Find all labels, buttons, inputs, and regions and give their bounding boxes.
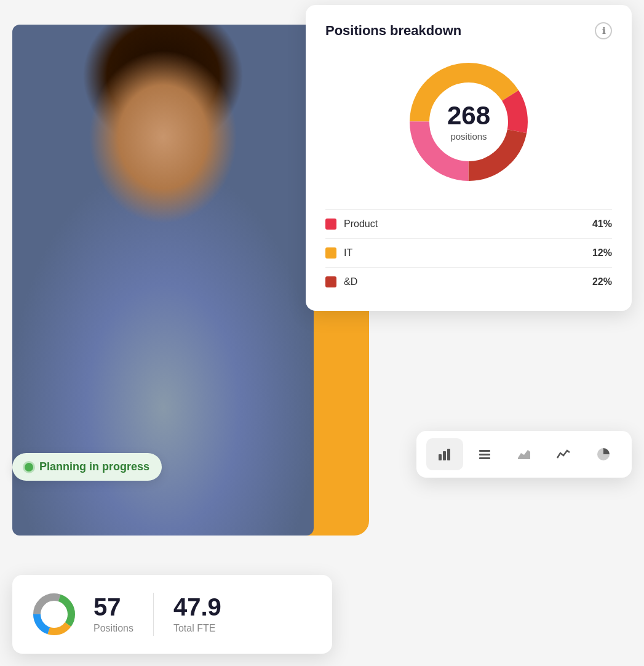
list-icon [477, 447, 492, 462]
bar-chart-button[interactable] [426, 438, 463, 470]
svg-rect-5 [443, 451, 446, 460]
legend-pct-rd: 22% [592, 276, 612, 287]
stats-card: 57 Positions 47.9 Total FTE [12, 575, 332, 654]
pie-chart-button[interactable] [585, 438, 622, 470]
area-chart-icon [517, 447, 531, 462]
legend-color-it [325, 247, 336, 259]
list-button[interactable] [466, 438, 503, 470]
pie-chart-icon [596, 447, 611, 462]
donut-chart: 268 positions [401, 54, 536, 190]
stats-donut-svg [30, 590, 79, 639]
svg-rect-7 [479, 450, 490, 452]
legend-color-product [325, 219, 336, 230]
svg-rect-4 [439, 454, 442, 460]
positions-breakdown-card: Positions breakdown ℹ 268 positions [306, 5, 632, 311]
svg-rect-6 [447, 449, 450, 460]
line-chart-button[interactable] [545, 438, 582, 470]
card-title: Positions breakdown [325, 23, 461, 39]
legend-item: &D 22% [325, 267, 612, 296]
area-chart-button[interactable] [506, 438, 543, 470]
legend-list: Product 41% IT 12% &D 22% [325, 209, 612, 296]
info-icon[interactable]: ℹ [595, 22, 612, 39]
badge-dot [25, 463, 33, 471]
stats-right: 57 Positions 47.9 Total FTE [93, 593, 315, 636]
total-positions-label: positions [447, 131, 490, 142]
legend-pct-product: 41% [592, 219, 612, 230]
positions-stats: 57 Positions [93, 595, 133, 634]
badge-text: Planning in progress [39, 460, 149, 473]
legend-item: Product 41% [325, 209, 612, 238]
bar-chart-icon [437, 447, 452, 462]
svg-rect-9 [479, 457, 490, 459]
legend-name-it: IT [344, 247, 592, 259]
donut-center: 268 positions [447, 103, 490, 142]
positions-number: 57 [93, 595, 133, 619]
fte-label: Total FTE [173, 623, 221, 634]
fte-stats: 47.9 Total FTE [173, 595, 221, 634]
card-header: Positions breakdown ℹ [325, 22, 612, 39]
fte-number: 47.9 [173, 595, 221, 619]
legend-name-rd: &D [344, 276, 592, 287]
stats-donut [30, 590, 79, 639]
legend-name-product: Product [344, 219, 592, 230]
planning-badge: Planning in progress [12, 453, 162, 481]
chart-toolbar [416, 431, 632, 478]
legend-pct-it: 12% [592, 247, 612, 259]
svg-rect-8 [479, 454, 490, 455]
legend-item: IT 12% [325, 238, 612, 267]
total-positions-number: 268 [447, 103, 490, 129]
legend-color-rd [325, 276, 336, 287]
line-chart-icon [556, 447, 571, 462]
stats-divider [153, 593, 154, 636]
positions-label: Positions [93, 623, 133, 634]
donut-chart-container: 268 positions [325, 54, 612, 190]
